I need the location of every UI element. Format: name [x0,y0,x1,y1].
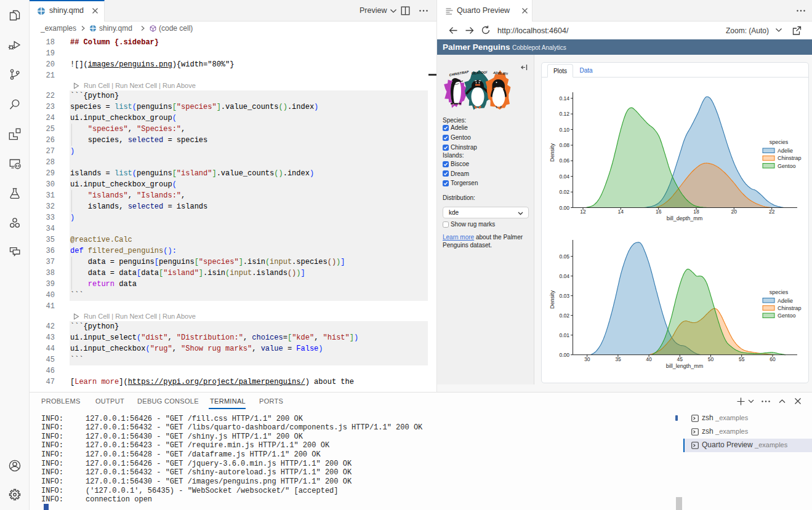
svg-text:0.00: 0.00 [559,352,569,358]
svg-text:Chinstrap: Chinstrap [778,305,802,311]
svg-text:14: 14 [618,209,624,215]
svg-text:18: 18 [693,209,699,215]
svg-text:22: 22 [769,209,775,215]
svg-text:species: species [770,139,789,145]
svg-text:12: 12 [580,209,586,215]
svg-text:0.00: 0.00 [559,205,569,211]
svg-text:60: 60 [770,356,776,362]
svg-text:0.01: 0.01 [559,332,569,338]
svg-text:0.12: 0.12 [559,111,569,117]
svg-text:16: 16 [656,209,662,215]
svg-text:20: 20 [731,209,738,215]
svg-text:Chinstrap: Chinstrap [778,155,802,161]
svg-text:0.14: 0.14 [559,95,569,102]
svg-text:Density: Density [549,290,555,309]
svg-text:40: 40 [646,356,652,362]
svg-text:Adelie: Adelie [778,148,793,154]
svg-text:bill_length_mm: bill_length_mm [666,363,704,369]
svg-text:bill_depth_mm: bill_depth_mm [667,215,703,221]
svg-text:35: 35 [615,356,621,362]
svg-text:0.02: 0.02 [559,189,569,195]
svg-text:0.04: 0.04 [559,273,569,279]
svg-text:50: 50 [708,356,714,362]
svg-text:0.02: 0.02 [559,313,569,319]
svg-text:0.03: 0.03 [559,293,569,299]
svg-text:Gentoo: Gentoo [778,163,796,169]
svg-text:45: 45 [677,356,683,362]
svg-text:0.04: 0.04 [559,173,569,180]
svg-text:0.06: 0.06 [559,157,569,164]
svg-text:0.08: 0.08 [559,142,569,148]
svg-text:0.05: 0.05 [559,253,569,260]
svg-text:ADELIE!!: ADELIE!! [492,71,508,76]
svg-text:Adelie: Adelie [778,298,793,304]
svg-text:Density: Density [549,143,555,162]
svg-text:GENTOO!: GENTOO! [472,70,488,75]
svg-text:CHINSTRAP: CHINSTRAP [449,70,469,77]
svg-text:55: 55 [739,356,745,362]
svg-text:species: species [770,289,789,295]
svg-text:0.10: 0.10 [559,127,569,133]
svg-text:Gentoo: Gentoo [778,313,796,319]
svg-text:30: 30 [584,356,590,362]
